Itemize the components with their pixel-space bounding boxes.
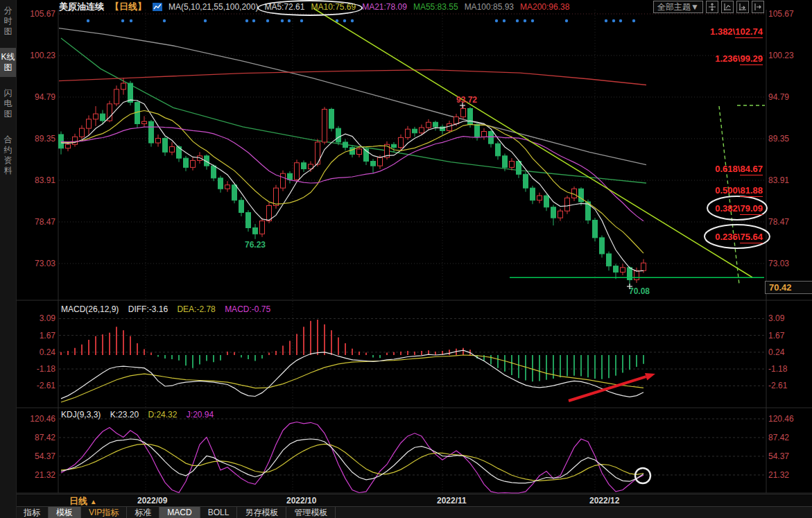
candle-body xyxy=(142,121,147,123)
kdj-d-value: D:24.32 xyxy=(148,410,177,420)
tab-indicators[interactable]: 指标 xyxy=(16,507,49,518)
price-axis-label-right: 83.91 xyxy=(768,175,789,185)
tab-boll[interactable]: BOLL xyxy=(200,507,238,518)
kdj-params[interactable]: KDJ(9,3,3) xyxy=(61,410,101,420)
candle-body xyxy=(170,147,175,153)
candle-body xyxy=(302,163,306,169)
tab-templates[interactable]: 模板 xyxy=(49,507,81,518)
macd-params[interactable]: MACD(26,12,9) xyxy=(61,304,119,314)
x-tick-sep: 2022/09 xyxy=(137,496,167,506)
price-axis-label-right: 73.03 xyxy=(768,259,789,268)
candle-body xyxy=(156,138,161,143)
candle-body xyxy=(447,123,452,130)
price-annotation: 70.08 xyxy=(629,286,650,296)
candle-body xyxy=(232,185,237,200)
candle-body xyxy=(475,125,480,137)
left-sidebar: 分时图 K线图 闪电图 合约资料 xyxy=(0,0,17,518)
sidebar-item-timeshare-chart[interactable]: 分时图 xyxy=(0,1,16,41)
pan-right-icon[interactable] xyxy=(752,1,764,13)
candle-body xyxy=(163,138,168,152)
candle-body xyxy=(343,142,348,148)
signal-dot xyxy=(343,19,346,22)
candle-body xyxy=(94,114,98,119)
tab-vip-indicators[interactable]: VIP指标 xyxy=(81,507,127,518)
theme-selector-button[interactable]: 全部主题▼ xyxy=(653,1,703,13)
period-tag[interactable]: 【日线】 xyxy=(110,1,146,13)
macd-axis-label-left: 0.24 xyxy=(40,347,56,357)
signal-dot xyxy=(266,19,269,22)
candle-body xyxy=(496,144,501,156)
candle-body xyxy=(149,121,154,143)
price-annotation: 76.23 xyxy=(245,240,266,250)
price-axis-label-left: 89.35 xyxy=(35,134,55,144)
signal-dot xyxy=(281,19,284,22)
price-axis-label-right: 100.23 xyxy=(768,51,794,60)
signal-dot xyxy=(204,19,207,22)
axis-fit-icon[interactable] xyxy=(721,1,734,13)
candle-body xyxy=(634,270,639,279)
kdj-axis-label-left: 54.37 xyxy=(35,451,55,461)
tab-standard[interactable]: 标准 xyxy=(127,507,159,518)
candle-body xyxy=(530,188,535,200)
ma-settings-label[interactable]: MA(5,10,21,55,100,200) xyxy=(169,2,258,12)
candle-body xyxy=(600,238,605,254)
kdj-axis-label-left: 21.32 xyxy=(35,470,55,480)
ma100-value: MA100:85.93 xyxy=(465,2,514,12)
candle-body xyxy=(614,266,619,273)
price-axis-label-left: 78.47 xyxy=(35,217,55,227)
candle-body xyxy=(295,163,300,180)
kdj-panel-header: KDJ(9,3,3) K:23.20 D:24.32 J:20.94 xyxy=(61,410,221,420)
kdj-k-value: K:23.20 xyxy=(110,410,139,420)
candle-body xyxy=(378,157,383,166)
fib-level-1236: 1.236\99.29 xyxy=(715,53,763,64)
macd-axis-label-left: 1.67 xyxy=(40,331,56,340)
candle-body xyxy=(593,220,598,237)
signal-dot xyxy=(619,19,622,22)
kdj-axis-label-left: 87.42 xyxy=(35,433,55,442)
signal-dot xyxy=(252,19,255,22)
candle-body xyxy=(211,166,216,178)
tab-macd[interactable]: MACD xyxy=(159,507,200,518)
candle-body xyxy=(66,144,71,148)
chart-canvas: 105.67105.67100.23100.2394.7994.7989.358… xyxy=(0,0,812,518)
sidebar-item-lightning-chart[interactable]: 闪电图 xyxy=(0,84,16,123)
macd-axis-label-right: 0.24 xyxy=(768,347,785,357)
candle-body xyxy=(468,108,473,124)
candle-body xyxy=(489,132,494,144)
trading-app-window: 105.67105.67100.23100.2394.7994.7989.358… xyxy=(0,0,812,518)
candle-body xyxy=(239,200,244,213)
candle-body xyxy=(392,144,397,147)
signal-dot xyxy=(87,19,89,22)
tab-manage-template[interactable]: 管理模板 xyxy=(286,507,336,518)
signal-dot xyxy=(351,19,354,22)
x-tick-nov: 2022/11 xyxy=(437,496,467,506)
candle-body xyxy=(426,122,431,128)
candle-body xyxy=(274,188,279,205)
signal-dot xyxy=(605,19,607,22)
candle-body xyxy=(246,212,251,227)
candle-body xyxy=(399,137,404,147)
candle-body xyxy=(87,119,92,128)
candle-body xyxy=(420,128,424,133)
price-axis-label-right: 78.47 xyxy=(768,217,789,227)
candle-body xyxy=(73,137,78,144)
fib-level-0500: 0.500\81.88 xyxy=(715,185,763,196)
candle-body xyxy=(357,149,362,155)
candle-body xyxy=(607,254,612,266)
fib-level-0618: 0.618\84.67 xyxy=(715,164,763,174)
axis-scale-icon[interactable] xyxy=(736,1,749,13)
sidebar-item-contract-info[interactable]: 合约资料 xyxy=(0,130,16,180)
chart-type-icon[interactable] xyxy=(153,2,162,12)
candle-body xyxy=(371,162,376,166)
fib-level-1382: 1.382\102.74 xyxy=(710,26,763,37)
candle-body xyxy=(107,104,112,121)
ma200-value: MA200:96.38 xyxy=(520,2,569,12)
signal-dot xyxy=(503,19,506,22)
signal-dot xyxy=(632,19,635,22)
kdj-panel-plot[interactable] xyxy=(59,411,766,494)
tab-save-template[interactable]: 另存模板 xyxy=(237,507,286,518)
kdj-axis-label-left: 120.46 xyxy=(30,414,55,424)
candle-body xyxy=(621,268,625,273)
move-icon[interactable] xyxy=(706,1,718,13)
sidebar-item-kline-chart[interactable]: K线图 xyxy=(0,48,16,77)
